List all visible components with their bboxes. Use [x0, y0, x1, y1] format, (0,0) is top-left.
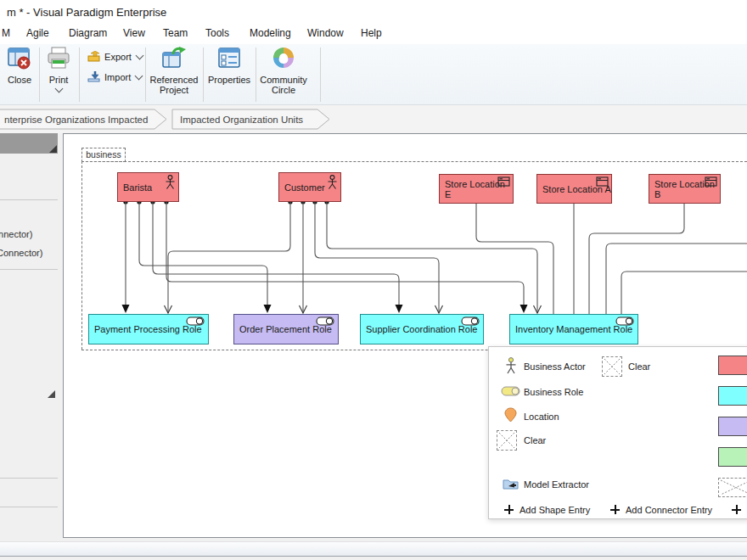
diagram-node-payment-processing-role[interactable]: Payment Processing Role — [88, 314, 209, 344]
status-bar — [0, 541, 747, 557]
sidebar-selected-swatch[interactable] — [0, 133, 58, 154]
add-shape-entry-button[interactable]: Add Shape Entry — [504, 503, 602, 518]
breadcrumb-item-label[interactable]: Impacted Organization Units — [180, 115, 303, 125]
plus-icon — [610, 505, 620, 514]
toolbar-separator — [39, 48, 40, 102]
color-swatch-red[interactable] — [718, 356, 747, 375]
referenced-project-button[interactable]: Referenced Project — [147, 46, 201, 95]
sidebar-item-connector-1[interactable]: ork (Connector) — [0, 229, 32, 239]
close-label: Close — [2, 75, 37, 85]
properties-button[interactable]: Properties — [205, 46, 254, 85]
breadcrumb-item-label[interactable]: nterprise Organizations Impacted — [4, 115, 148, 125]
sidebar-divider — [0, 507, 58, 507]
close-window-icon — [6, 46, 33, 71]
palette-entry-label: Location — [524, 412, 559, 422]
boundary-edge — [81, 161, 82, 350]
community-circle-icon — [270, 46, 297, 71]
sidebar-divider — [0, 478, 58, 479]
toolbar-separator — [145, 48, 146, 102]
corner-resize-icon — [48, 390, 55, 398]
diagram-node-customer[interactable]: Customer — [278, 172, 341, 202]
palette-entry-label[interactable]: Clear — [524, 435, 546, 445]
add-shape-entry-label: Add Shape Entry — [520, 505, 590, 515]
toolbar-separator — [320, 48, 321, 102]
color-swatch-purple[interactable] — [718, 417, 747, 436]
export-button[interactable]: Export — [87, 51, 143, 62]
title-bar: m * - Visual Paradigm Enterprise — [0, 0, 747, 24]
organization-unit-icon — [705, 176, 717, 187]
color-swatch-clear[interactable] — [718, 478, 747, 497]
menu-item-agile[interactable]: Agile — [26, 27, 49, 39]
import-icon — [87, 71, 102, 82]
business-actor-icon — [165, 175, 176, 189]
community-circle-label: Community Circle — [257, 75, 310, 95]
chevron-down-icon — [135, 72, 143, 81]
toolbar: Close Print Export Import — [0, 44, 747, 105]
toolbar-separator — [256, 48, 256, 102]
business-role-icon — [316, 316, 335, 327]
left-sidebar: ork (Connector) Connector) — [0, 133, 63, 538]
diagram-node-store-location-e[interactable]: Store Location E — [439, 174, 514, 204]
palette-entry-label: Business Role — [524, 387, 583, 397]
organization-unit-icon — [497, 176, 510, 187]
plus-icon — [732, 505, 741, 514]
clear-icon[interactable] — [497, 430, 517, 451]
palette-entry-business-role[interactable]: Business Role — [499, 384, 593, 401]
print-icon — [45, 46, 72, 71]
organization-unit-icon — [596, 176, 609, 187]
export-label: Export — [104, 52, 132, 62]
legend-palette-panel: Business Actor Clear Business Role Locat… — [488, 346, 747, 519]
location-pin-icon — [503, 407, 518, 423]
model-extractor-icon — [503, 477, 520, 490]
window-title: m * - Visual Paradigm Enterprise — [7, 6, 166, 19]
corner-resize-icon — [49, 145, 57, 153]
menu-item-partial[interactable]: M — [2, 27, 10, 39]
import-button[interactable]: Import — [87, 71, 142, 82]
menu-item-window[interactable]: Window — [307, 27, 344, 39]
node-label: Customer — [284, 182, 325, 193]
breadcrumb: nterprise Organizations Impacted Impacte… — [0, 105, 747, 133]
print-button[interactable]: Print — [41, 46, 76, 95]
diagram-node-supplier-coordination-role[interactable]: Supplier Coordination Role — [360, 314, 484, 344]
menu-item-modeling[interactable]: Modeling — [250, 27, 291, 39]
close-button[interactable]: Close — [2, 46, 37, 85]
toolbar-separator — [203, 48, 204, 102]
diagram-node-order-placement-role[interactable]: Order Placement Role — [233, 314, 339, 344]
community-circle-button[interactable]: Community Circle — [257, 46, 310, 95]
boundary-label[interactable]: business — [81, 148, 126, 162]
sidebar-divider — [0, 269, 58, 270]
color-swatch-cyan[interactable] — [718, 386, 747, 406]
business-role-icon — [615, 316, 635, 327]
diagram-node-inventory-management-role[interactable]: Inventory Management Role — [509, 314, 638, 344]
menu-item-diagram[interactable]: Diagram — [69, 27, 107, 39]
palette-entry-location[interactable]: Location — [499, 406, 593, 425]
business-actor-icon — [327, 175, 338, 189]
boundary-edge — [81, 161, 747, 162]
sidebar-item-connector-2[interactable]: Connector) — [0, 248, 42, 258]
model-extractor-button[interactable]: Model Extractor — [501, 477, 620, 494]
menu-item-team[interactable]: Team — [163, 27, 188, 39]
clear-icon[interactable] — [602, 356, 622, 377]
diagram-node-barista[interactable]: Barista — [117, 172, 179, 202]
add-entry-button[interactable] — [732, 503, 747, 518]
export-icon — [87, 51, 102, 62]
diagram-node-store-location-a[interactable]: Store Location A — [536, 174, 612, 204]
menu-item-help[interactable]: Help — [361, 27, 382, 39]
menu-item-view[interactable]: View — [123, 27, 145, 39]
referenced-project-icon — [160, 46, 188, 71]
add-connector-entry-button[interactable]: Add Connector Entry — [610, 503, 729, 518]
referenced-project-label: Referenced Project — [147, 75, 201, 95]
color-swatch-green[interactable] — [718, 447, 747, 467]
node-label: Barista — [123, 182, 152, 193]
add-connector-entry-label: Add Connector Entry — [626, 505, 712, 515]
business-role-icon — [186, 316, 205, 327]
palette-clear-label[interactable]: Clear — [628, 361, 650, 372]
toolbar-separator — [79, 48, 80, 102]
palette-entry-business-actor[interactable]: Business Actor — [503, 357, 596, 376]
business-role-icon — [461, 316, 480, 327]
menu-bar: M Agile Diagram View Team Tools Modeling… — [0, 24, 747, 44]
palette-entry-label: Business Actor — [524, 361, 586, 372]
menu-item-tools[interactable]: Tools — [205, 27, 229, 39]
business-actor-icon — [505, 357, 518, 374]
diagram-node-store-location-b[interactable]: Store Location B — [649, 174, 721, 204]
